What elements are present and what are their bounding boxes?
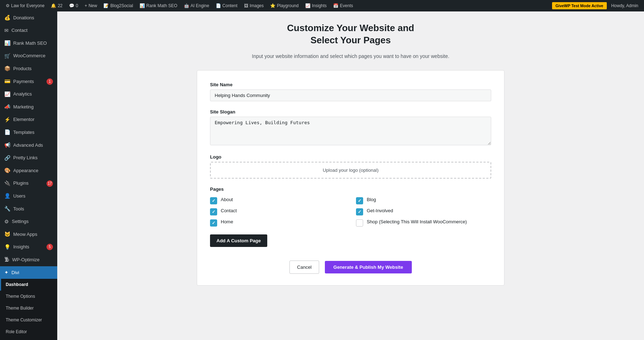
woo-icon: 🛒 xyxy=(4,53,10,60)
get-involved-checkbox[interactable] xyxy=(356,208,363,215)
payments-icon: 💳 xyxy=(4,78,10,85)
site-slogan-input[interactable]: Empowering Lives, Building Futures xyxy=(210,117,491,145)
submenu-theme-customizer[interactable]: Theme Customizer xyxy=(0,314,57,326)
marketing-icon: 📣 xyxy=(4,103,10,111)
events-item[interactable]: 📅 Events xyxy=(330,0,356,11)
sidebar-item-rankmath[interactable]: 📊 Rank Math SEO xyxy=(0,37,57,50)
sidebar-item-meow-apps[interactable]: 🐱 Meow Apps xyxy=(0,228,57,241)
aiengine-item[interactable]: 🤖 AI Engine xyxy=(181,0,212,11)
page-get-involved[interactable]: Get-Involved xyxy=(356,208,491,215)
site-slogan-group: Site Slogan Empowering Lives, Building F… xyxy=(210,109,491,146)
products-icon: 📦 xyxy=(4,65,10,72)
sidebar-item-plugins[interactable]: 🔌 Plugins 17 xyxy=(0,177,57,190)
contact-icon: ✉ xyxy=(4,27,9,34)
sidebar-item-pretty-links[interactable]: 🔗 Pretty Links xyxy=(0,152,57,165)
site-slogan-label: Site Slogan xyxy=(210,109,491,115)
sidebar-item-marketing[interactable]: 📣 Marketing xyxy=(0,101,57,113)
plus-icon: + xyxy=(84,3,87,8)
updates-item[interactable]: 🔔 22 xyxy=(48,0,65,11)
add-custom-page-button[interactable]: Add A Custom Page xyxy=(210,234,267,247)
cancel-button[interactable]: Cancel xyxy=(289,261,319,274)
blog-checkbox[interactable] xyxy=(356,197,363,204)
generate-button[interactable]: Generate & Publish My Website xyxy=(325,261,412,273)
page-container: Customize Your Website and Select Your P… xyxy=(197,22,504,329)
sidebar-item-payments[interactable]: 💳 Payments 1 xyxy=(0,75,57,88)
shop-checkbox[interactable] xyxy=(356,219,363,227)
site-name: Law for Everyone xyxy=(11,3,44,8)
divi-submenu: Dashboard Theme Options Theme Builder Th… xyxy=(0,279,57,340)
logo-label: Logo xyxy=(210,154,491,160)
main-content: Customize Your Website and Select Your P… xyxy=(57,11,644,340)
sidebar-item-templates[interactable]: 📄 Templates xyxy=(0,126,57,139)
insights-side-icon: 💡 xyxy=(4,244,10,251)
page-shop[interactable]: Shop (Selecting This Will Install WooCom… xyxy=(356,219,491,227)
images-item[interactable]: 🖼 Images xyxy=(241,0,267,11)
sidebar-item-appearance[interactable]: 🎨 Appearance xyxy=(0,164,57,177)
sidebar-item-contact[interactable]: ✉ Contact xyxy=(0,24,57,37)
about-checkbox[interactable] xyxy=(210,197,217,204)
sidebar-item-insights[interactable]: 💡 Insights 5 xyxy=(0,241,57,254)
tools-icon: 🔧 xyxy=(4,205,10,213)
home-checkbox[interactable] xyxy=(210,219,217,227)
submenu-dashboard[interactable]: Dashboard xyxy=(0,279,57,291)
submenu-theme-builder[interactable]: Theme Builder xyxy=(0,302,57,314)
contact-checkbox[interactable] xyxy=(210,208,217,215)
payments-badge: 1 xyxy=(47,78,53,85)
sidebar-item-donations[interactable]: 💰 Donations xyxy=(0,11,57,24)
meow-icon: 🐱 xyxy=(4,231,10,238)
users-icon: 👤 xyxy=(4,193,10,200)
wp-logo-icon: ⚙ xyxy=(6,3,10,8)
page-about[interactable]: About xyxy=(210,197,345,204)
insights-item[interactable]: 📈 Insights xyxy=(302,0,330,11)
sidebar-item-wp-optimize[interactable]: 🗜 WP-Optimize xyxy=(0,253,57,266)
page-title: Customize Your Website and Select Your P… xyxy=(197,22,504,47)
page-subtitle: Input your website information and selec… xyxy=(197,52,504,60)
sidebar-item-analytics[interactable]: 📈 Analytics xyxy=(0,88,57,101)
pages-grid: About Blog Contact Get-Involved xyxy=(210,197,491,227)
playground-item[interactable]: ⭐ Playground xyxy=(267,0,302,11)
updates-icon: 🔔 xyxy=(51,3,56,8)
submenu-divi-library[interactable]: Divi Library xyxy=(0,337,57,340)
new-item[interactable]: + New xyxy=(82,0,100,11)
appearance-icon: 🎨 xyxy=(4,167,10,174)
page-contact[interactable]: Contact xyxy=(210,208,345,215)
site-name-input[interactable] xyxy=(210,89,491,101)
logo-upload-button[interactable]: Upload your logo (optional) xyxy=(210,162,491,179)
rankmath-side-icon: 📊 xyxy=(4,40,10,47)
comments-item[interactable]: 💬 0 xyxy=(66,0,81,11)
donations-icon: 💰 xyxy=(4,14,10,21)
ads-icon: 📢 xyxy=(4,142,10,149)
page-home[interactable]: Home xyxy=(210,219,345,227)
rankmath-item[interactable]: 📊 Rank Math SEO xyxy=(137,0,180,11)
form-card: Site Name Site Slogan Empowering Lives, … xyxy=(197,70,504,286)
sidebar-item-users[interactable]: 👤 Users xyxy=(0,190,57,203)
plugins-badge: 17 xyxy=(47,180,53,187)
sidebar-item-advanced-ads[interactable]: 📢 Advanced Ads xyxy=(0,139,57,152)
sidebar-item-tools[interactable]: 🔧 Tools xyxy=(0,203,57,215)
howdy-item[interactable]: Howdy, Admin xyxy=(608,0,641,11)
links-icon: 🔗 xyxy=(4,155,10,162)
admin-bar-site[interactable]: ⚙ Law for Everyone xyxy=(3,0,47,11)
analytics-icon: 📈 xyxy=(4,91,10,98)
sidebar-item-products[interactable]: 📦 Products xyxy=(0,62,57,75)
blog2social-item[interactable]: 📝 Blog2Social xyxy=(101,0,136,11)
page-blog[interactable]: Blog xyxy=(356,197,491,204)
content-item[interactable]: 📄 Content xyxy=(213,0,240,11)
sidebar-item-settings[interactable]: ⚙ Settings xyxy=(0,215,57,228)
site-name-label: Site Name xyxy=(210,82,491,87)
submenu-theme-options[interactable]: Theme Options xyxy=(0,291,57,302)
givewp-badge[interactable]: GiveWP Test Mode Active xyxy=(552,2,607,9)
wpoptimize-icon: 🗜 xyxy=(4,256,9,263)
sidebar-item-elementor[interactable]: ⚡ Elementor xyxy=(0,113,57,126)
submenu-role-editor[interactable]: Role Editor xyxy=(0,326,57,338)
sidebar-item-divi[interactable]: ✦ Divi xyxy=(0,266,57,279)
divi-icon: ✦ xyxy=(4,269,9,276)
content-icon: 📄 xyxy=(216,3,221,8)
insights-bar-icon: 📈 xyxy=(305,3,311,8)
templates-icon: 📄 xyxy=(4,129,10,136)
admin-bar: ⚙ Law for Everyone 🔔 22 💬 0 + New 📝 Blog… xyxy=(0,0,644,11)
comments-icon: 💬 xyxy=(69,3,74,8)
rankmath-icon: 📊 xyxy=(140,3,145,8)
sidebar-item-woocommerce[interactable]: 🛒 WooCommerce xyxy=(0,50,57,63)
logo-group: Logo Upload your logo (optional) xyxy=(210,154,491,179)
